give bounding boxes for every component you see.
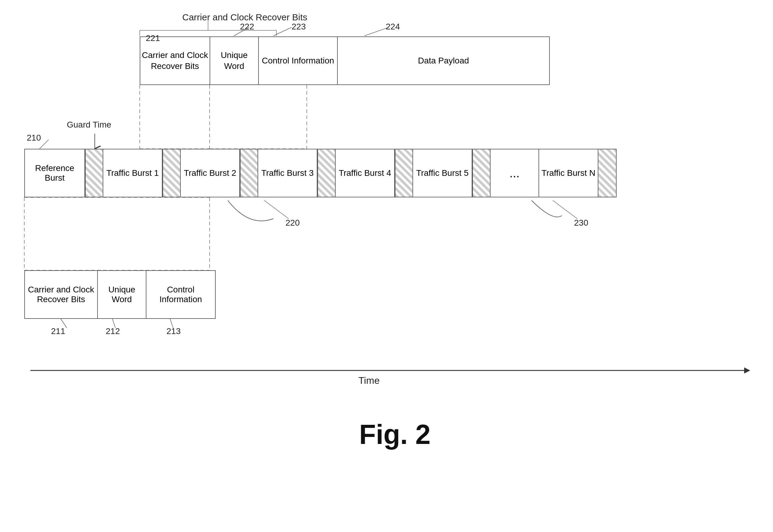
guard-cell-end [598,149,617,197]
ref-210: 210 [27,133,41,143]
traffic-burst-2-cell: Traffic Burst 2 [181,149,240,197]
traffic-burst-3-cell: Traffic Burst 3 [258,149,317,197]
preamble-label: Carrier and Clock Recover Bits [182,12,307,22]
main-frame: Reference Burst Traffic Burst 1 Traffic … [24,149,617,197]
bottom-structure: Carrier and Clock Recover Bits Unique Wo… [24,270,216,319]
guard-cell-2 [162,149,181,197]
top-control-cell: Control Information [258,36,337,85]
guard-cell-6 [472,149,491,197]
bot-unique-cell: Unique Word [97,270,146,319]
traffic-burst-n-cell: Traffic Burst N [539,149,598,197]
guard-cell-1 [85,149,103,197]
ref-221: 221 [146,33,160,43]
guard-cell-5 [395,149,413,197]
svg-line-20 [364,27,389,36]
svg-line-22 [264,200,289,219]
top-unique-cell: Unique Word [210,36,258,85]
svg-marker-16 [744,367,750,373]
time-label: Time [358,375,380,386]
reference-burst-cell: Reference Burst [24,149,85,197]
guard-cell-4 [317,149,336,197]
guard-time-label: Guard Time [67,120,111,130]
ref-224: 224 [386,22,400,32]
svg-line-23 [553,200,577,219]
ref-223: 223 [292,22,306,32]
ref-230: 230 [574,218,588,228]
top-structure: Carrier and Clock Recover Bits Unique Wo… [140,36,550,85]
guard-cell-3 [240,149,258,197]
dots-cell: ... [491,149,539,197]
top-carrier-cell: Carrier and Clock Recover Bits [140,36,210,85]
traffic-burst-4-cell: Traffic Burst 4 [336,149,395,197]
traffic-burst-1-cell: Traffic Burst 1 [103,149,162,197]
ref-222: 222 [240,22,254,32]
diagram-container: Carrier and Clock Recover Bits Carrier a… [0,0,773,532]
ref-211: 211 [51,326,65,336]
ref-220: 220 [286,218,300,228]
traffic-burst-5-cell: Traffic Burst 5 [413,149,472,197]
figure-label: Fig. 2 [273,419,516,450]
svg-line-19 [273,27,292,36]
bot-control-cell: Control Information [146,270,216,319]
bot-carrier-cell: Carrier and Clock Recover Bits [24,270,97,319]
ref-213: 213 [166,326,181,336]
ref-212: 212 [106,326,120,336]
top-payload-cell: Data Payload [337,36,550,85]
